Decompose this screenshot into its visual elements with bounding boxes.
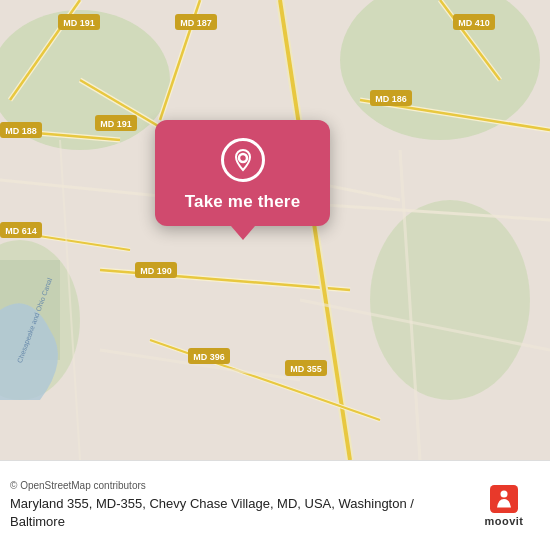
- location-callout: Take me there: [155, 120, 330, 226]
- svg-point-54: [239, 154, 247, 162]
- moovit-label-text: moovit: [484, 515, 523, 527]
- address-text: Maryland 355, MD-355, Chevy Chase Villag…: [10, 495, 430, 531]
- svg-point-56: [501, 490, 508, 497]
- svg-text:MD 191: MD 191: [100, 119, 132, 129]
- info-bar: © OpenStreetMap contributors Maryland 35…: [0, 460, 550, 550]
- svg-text:MD 614: MD 614: [5, 226, 37, 236]
- osm-credit: © OpenStreetMap contributors: [10, 480, 430, 491]
- svg-text:MD 187: MD 187: [180, 18, 212, 28]
- svg-text:MD 355: MD 355: [290, 364, 322, 374]
- map-container: Chesapeake and Ohio Canal: [0, 0, 550, 460]
- take-me-there-button[interactable]: Take me there: [185, 192, 301, 212]
- svg-text:MD 410: MD 410: [458, 18, 490, 28]
- svg-text:MD 186: MD 186: [375, 94, 407, 104]
- osm-credit-text: © OpenStreetMap contributors: [10, 480, 146, 491]
- address-section: © OpenStreetMap contributors Maryland 35…: [10, 480, 430, 531]
- svg-text:MD 188: MD 188: [5, 126, 37, 136]
- pin-icon: [221, 138, 265, 182]
- moovit-logo: moovit: [474, 485, 534, 527]
- svg-text:MD 396: MD 396: [193, 352, 225, 362]
- moovit-icon-svg: [490, 485, 518, 513]
- svg-point-3: [370, 200, 530, 400]
- svg-text:MD 190: MD 190: [140, 266, 172, 276]
- svg-text:MD 191: MD 191: [63, 18, 95, 28]
